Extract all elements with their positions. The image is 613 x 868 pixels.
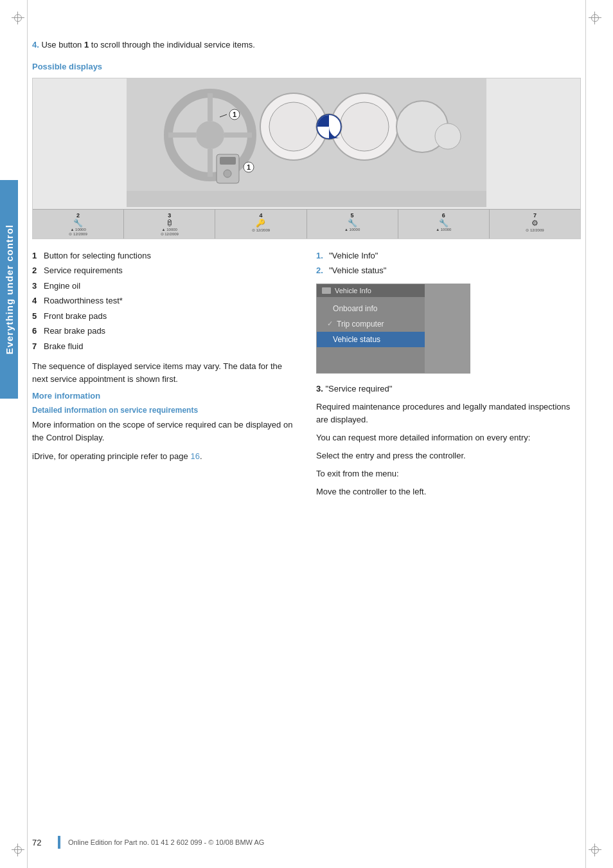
main-content: 4. Use button 1 to scroll through the in… xyxy=(32,39,581,555)
right-para1: Required maintenance procedures and lega… xyxy=(316,401,581,426)
right-para3: Select the entry and press the controlle… xyxy=(316,449,581,462)
instrument-item-2: 2 🔧 ▲ 10000 ⊙ 12/2009 xyxy=(33,210,124,239)
sequence-note: The sequence of displayed service items … xyxy=(32,360,297,386)
list-item-5: 5 Front brake pads xyxy=(32,310,297,323)
step3-text: "Service required" xyxy=(325,384,392,393)
left-column: 1 Button for selecting functions 2 Servi… xyxy=(32,249,297,504)
step4-text: Use button xyxy=(41,40,84,50)
corner-mark-tl xyxy=(12,12,24,24)
instrument-item-7: 7 ⚙ ⊙ 12/2009 xyxy=(490,210,580,239)
svg-rect-21 xyxy=(220,157,236,165)
right-para2: You can request more detailed informatio… xyxy=(316,431,581,444)
vi-title: Vehicle Info xyxy=(335,287,371,294)
footer-bar xyxy=(58,836,60,849)
corner-mark-tr xyxy=(589,12,601,24)
svg-point-11 xyxy=(269,102,318,151)
two-col-layout: 1 Button for selecting functions 2 Servi… xyxy=(32,249,581,504)
dashboard-svg: 1 1 xyxy=(33,78,580,207)
border-right xyxy=(585,0,586,868)
idrive-text: iDrive, for operating principle refer to… xyxy=(32,451,190,461)
right-step-2: 2. "Vehicle status" xyxy=(316,264,581,277)
instrument-item-6: 6 🔧 ▲ 10000 xyxy=(398,210,490,239)
step3-num: 3. xyxy=(316,384,323,393)
right-para4: To exit from the menu: xyxy=(316,467,581,480)
side-tab: Everything under control xyxy=(0,180,18,399)
more-information-heading: More information xyxy=(32,391,297,401)
list-item-3: 3 Engine oil xyxy=(32,280,297,293)
svg-text:1: 1 xyxy=(233,111,236,118)
vi-bg xyxy=(425,284,470,373)
right-para5: Move the controller to the left. xyxy=(316,485,581,498)
instrument-item-4: 4 🔑 ⊙ 12/2009 xyxy=(215,210,306,239)
list-item-6: 6 Rear brake pads xyxy=(32,325,297,338)
list-item-4: 4 Roadworthiness test* xyxy=(32,294,297,307)
footer-text: Online Edition for Part no. 01 41 2 602 … xyxy=(68,838,264,846)
numbered-list: 1 Button for selecting functions 2 Servi… xyxy=(32,249,297,353)
step4-intro: 4. Use button 1 to scroll through the in… xyxy=(32,39,581,51)
corner-mark-bl xyxy=(12,844,24,856)
instrument-item-5: 5 🔧 ▲ 10000 xyxy=(307,210,398,239)
svg-point-22 xyxy=(224,170,231,177)
list-item-1: 1 Button for selecting functions xyxy=(32,249,297,262)
svg-text:1: 1 xyxy=(247,163,251,171)
svg-point-2 xyxy=(196,121,224,149)
para2-end: . xyxy=(200,451,202,461)
page-link[interactable]: 16 xyxy=(190,451,199,461)
right-column: 1. "Vehicle Info" 2. "Vehicle status" Ve… xyxy=(316,249,581,504)
vi-icon xyxy=(322,287,331,294)
vehicle-info-screenshot: Vehicle Info Onboard info ✓ Trip compute… xyxy=(316,284,470,374)
svg-point-17 xyxy=(435,123,461,149)
possible-displays-heading: Possible displays xyxy=(32,62,581,71)
list-item-2: 2 Service requirements xyxy=(32,264,297,277)
page-footer: 72 Online Edition for Part no. 01 41 2 6… xyxy=(32,836,581,849)
right-step3: 3. "Service required" xyxy=(316,383,581,395)
step4-number: 4. xyxy=(32,40,39,50)
right-steps: 1. "Vehicle Info" 2. "Vehicle status" xyxy=(316,249,581,277)
displays-image: 1 1 xyxy=(32,78,581,239)
right-step-1: 1. "Vehicle Info" xyxy=(316,249,581,262)
border-left xyxy=(27,0,28,868)
svg-rect-23 xyxy=(127,191,486,207)
more-info-para1: More information on the scope of service… xyxy=(32,419,297,444)
page-number: 72 xyxy=(32,838,58,847)
instrument-strip: 2 🔧 ▲ 10000 ⊙ 12/2009 3 🛢 ▲ 10000 ⊙ 12/2… xyxy=(33,209,580,239)
instrument-item-3: 3 🛢 ▲ 10000 ⊙ 12/2009 xyxy=(124,210,215,239)
more-info-para2: iDrive, for operating principle refer to… xyxy=(32,450,297,463)
detailed-info-subheading: Detailed information on service requirem… xyxy=(32,406,297,415)
svg-point-13 xyxy=(340,102,389,151)
corner-mark-br xyxy=(589,844,601,856)
list-item-7: 7 Brake fluid xyxy=(32,340,297,353)
step4-text2: to scroll through the individual service… xyxy=(89,40,255,50)
side-tab-label: Everything under control xyxy=(4,224,15,354)
